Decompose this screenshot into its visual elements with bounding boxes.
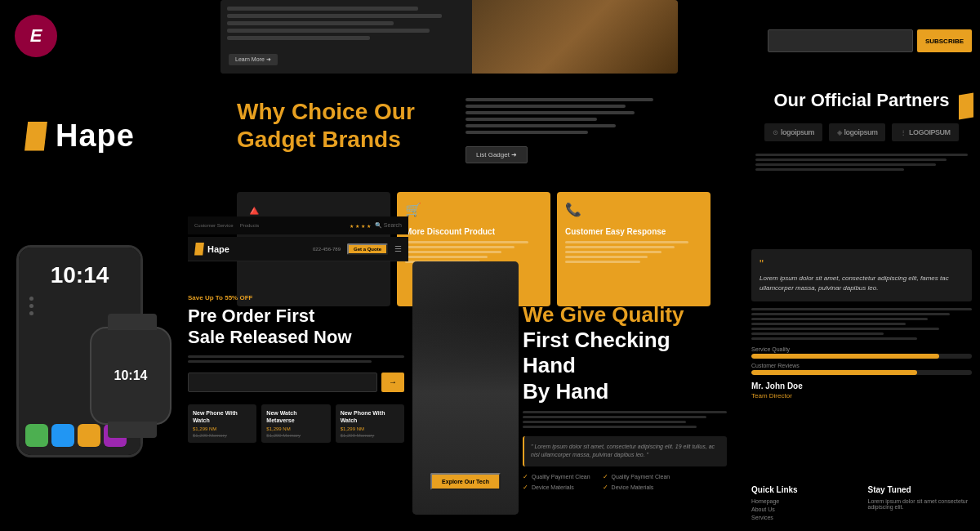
progress-bar-1: Service Quality <box>751 346 972 359</box>
elementor-badge: E <box>15 15 57 57</box>
phone-time: 10:14 <box>25 262 134 288</box>
product-price-2: $1,299 NM <box>266 426 325 431</box>
product-old-price-1: $1,299 Memory <box>193 433 252 438</box>
product-card-3: New Phone With Watch $1,299 NM $1,299 Me… <box>336 404 404 443</box>
email-submit-button[interactable]: → <box>381 373 404 392</box>
preorder-title: Pre Order First Sale Released Now <box>188 306 404 349</box>
device-area: 10:14 10:14 <box>8 245 196 482</box>
check-label-3: Quality Payment Clean <box>612 474 670 480</box>
save-badge: Save Up To 55% OFF <box>188 294 404 301</box>
progress-fill-2 <box>751 370 917 375</box>
quick-links-section: Quick Links Homepage About Us Services S… <box>751 485 972 523</box>
quick-links-col: Quick Links Homepage About Us Services <box>751 485 856 523</box>
star-1: ★ <box>350 223 354 229</box>
top-nav-links: Customer Service Products <box>194 223 259 228</box>
check-label-4: Device Materials <box>612 484 654 490</box>
stay-tuned-heading: Stay Tuned <box>868 485 973 494</box>
app-icon-1 <box>25 424 48 447</box>
progress-label-1: Service Quality <box>751 346 972 352</box>
product-title-1: New Phone With Watch <box>193 409 252 424</box>
subscribe-input[interactable] <box>768 29 913 52</box>
product-title-3: New Phone With Watch <box>341 409 399 424</box>
preorder-desc <box>188 355 404 363</box>
watch-band-top <box>108 314 157 330</box>
check-mark-1: ✓ <box>523 473 528 480</box>
explore-button[interactable]: Explore Our Tech <box>430 473 501 490</box>
product-price-3: $1,299 NM <box>341 426 399 431</box>
feature-icon-3: 📞 <box>565 202 585 221</box>
progress-track-1 <box>751 354 972 359</box>
quality-title-line3: By Hand <box>523 379 608 404</box>
star-4: ★ <box>367 223 371 229</box>
brand-name: Hape <box>56 118 135 154</box>
check-mark-3: ✓ <box>603 473 608 480</box>
quality-check-col-2: ✓ Quality Payment Clean ✓ Device Materia… <box>603 473 670 491</box>
stay-tuned-text: Lorem ipsum dolor sit amet consectetur a… <box>868 498 973 510</box>
preorder-title-line2: Sale Released Now <box>188 327 352 347</box>
testimonial-body <box>751 308 972 340</box>
partners-desc <box>751 154 972 171</box>
partners-section: Our Official Partners ⊙logoipsum ◈logoip… <box>751 90 972 171</box>
stay-tuned-col: Stay Tuned Lorem ipsum dolor sit amet co… <box>868 485 973 523</box>
preorder-title-line1: Pre Order First <box>188 306 314 326</box>
feature-card-3: 📞 Customer Easy Response <box>557 192 710 306</box>
navbar-cta-button[interactable]: Get a Quote <box>347 243 388 255</box>
top-nav-right: ★ ★ ★ ★ 🔍 Search <box>350 222 402 229</box>
center-phone-section: Explore Our Tech <box>412 261 519 515</box>
star-rating: ★ ★ ★ ★ <box>350 223 371 229</box>
learn-more-button[interactable]: Learn More ➜ <box>229 54 278 65</box>
progress-label-2: Customer Reviews <box>751 363 972 368</box>
feature-card-title-2: More Discount Product <box>405 226 542 237</box>
deco-yellow-shape <box>959 92 973 119</box>
check-label-2: Device Materials <box>532 484 574 490</box>
partners-logos: ⊙logoipsum ◈logoipsum ⋮LOGOIPSUM <box>751 123 972 141</box>
why-choice-section: Why Choice Our Gadget Brands <box>237 98 449 153</box>
partners-title: Our Official Partners <box>751 90 972 111</box>
progress-track-2 <box>751 370 972 375</box>
check-item-4: ✓ Device Materials <box>603 484 670 491</box>
list-gadget-button[interactable]: List Gadget ➜ <box>466 146 528 163</box>
nav-link-customer[interactable]: Customer Service <box>194 223 234 228</box>
product-cards-row: New Phone With Watch $1,299 NM $1,299 Me… <box>188 404 404 443</box>
check-label-1: Quality Payment Clean <box>532 474 590 480</box>
check-mark-4: ✓ <box>603 484 608 491</box>
product-card-2: New Watch Metaverse $1,299 NM $1,299 Mem… <box>261 404 330 443</box>
quality-title-line1: We Give Quality <box>523 302 684 327</box>
brand-logo-icon <box>24 122 47 151</box>
partner-logo-2: ◈logoipsum <box>829 123 886 141</box>
middle-text-section: List Gadget ➜ <box>466 98 653 163</box>
progress-bars: Service Quality Customer Reviews <box>751 346 972 375</box>
top-nav-bar: Customer Service Products ★ ★ ★ ★ 🔍 Sear… <box>188 216 408 234</box>
quality-section: We Give Quality First Checking Hand By H… <box>523 302 727 491</box>
navbar-logo-text: Hape <box>207 244 229 254</box>
quality-quote-text: " Lorem ipsum dolor sit amet, consectetu… <box>531 443 720 460</box>
preorder-section: Save Up To 55% OFF Pre Order First Sale … <box>188 294 404 443</box>
watch-band-bottom <box>108 422 157 438</box>
hamburger-icon[interactable]: ☰ <box>394 244 402 253</box>
quality-title-line2: First Checking Hand <box>523 328 670 377</box>
quick-link-services[interactable]: Services <box>751 515 856 520</box>
check-item-2: ✓ Device Materials <box>523 484 590 491</box>
subscribe-button[interactable]: SUBSCRIBE <box>917 29 972 52</box>
subscribe-area: SUBSCRIBE <box>768 16 972 65</box>
progress-fill-1 <box>751 354 939 359</box>
search-icon[interactable]: 🔍 Search <box>375 222 402 229</box>
testimonial-text: Lorem ipsum dolor sit amet, consectetur … <box>760 274 964 293</box>
quality-check-col-1: ✓ Quality Payment Clean ✓ Device Materia… <box>523 473 590 491</box>
main-container: E Learn More ➜ SUBSCRIBE Hape Why Choice… <box>0 0 980 531</box>
partner-logo-3: ⋮LOGOIPSUM <box>892 123 958 141</box>
navbar-logo: Hape <box>194 243 229 256</box>
check-item-3: ✓ Quality Payment Clean <box>603 473 670 480</box>
product-old-price-2: $1,299 Memory <box>266 433 325 438</box>
quick-link-about[interactable]: About Us <box>751 506 856 512</box>
quick-link-homepage[interactable]: Homepage <box>751 498 856 504</box>
email-input[interactable] <box>188 373 377 392</box>
quality-quote: " Lorem ipsum dolor sit amet, consectetu… <box>523 436 727 466</box>
quality-title: We Give Quality First Checking Hand By H… <box>523 302 727 404</box>
app-icon-2 <box>51 424 74 447</box>
reviewer-name: Mr. John Doe <box>751 382 972 390</box>
why-choice-accent: Why Choice Our <box>237 99 415 124</box>
nav-link-products[interactable]: Products <box>240 223 260 228</box>
logo-area: Hape <box>24 118 135 154</box>
progress-bar-2: Customer Reviews <box>751 363 972 375</box>
